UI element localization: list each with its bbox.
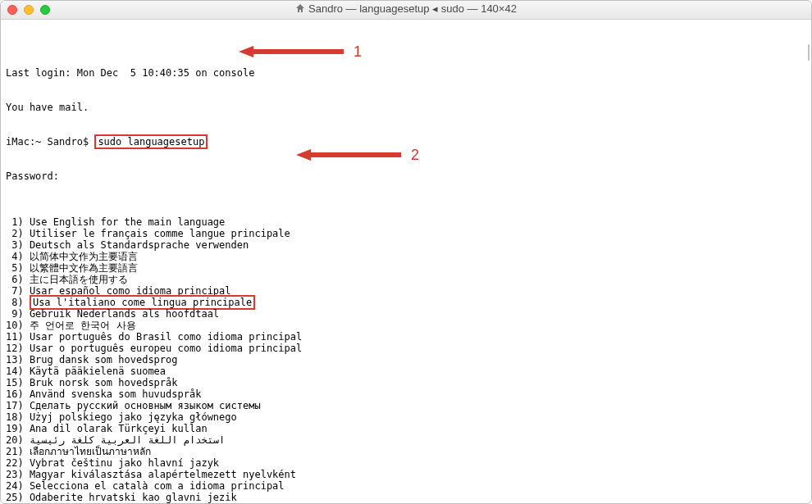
window-title: Sandro — languagesetup ◂ sudo — 140×42	[1, 3, 811, 16]
line-prompt: iMac:~ Sandro$ sudo languagesetup	[6, 136, 806, 148]
language-option: 20) استخدام اللغة العربية كلغة رئيسية	[6, 434, 806, 446]
annotation-label-1: 1	[354, 46, 362, 57]
language-option: 12) Usar o português europeu como idioma…	[6, 343, 806, 354]
language-option: 2) Utiliser le français comme langue pri…	[6, 228, 806, 239]
prompt-host: iMac:~ Sandro$	[6, 136, 94, 148]
language-option: 15) Bruk norsk som hovedspråk	[6, 377, 806, 388]
language-option: 14) Käytä pääkielenä suomea	[6, 366, 806, 377]
language-option: 18) Użyj polskiego jako języka głównego	[6, 411, 806, 423]
line-mail: You have mail.	[6, 102, 806, 113]
language-option: 24) Selecciona el català com a idioma pr…	[6, 480, 806, 492]
home-icon	[295, 3, 305, 16]
terminal-window: Sandro — languagesetup ◂ sudo — 140×42 L…	[0, 0, 812, 504]
language-option: 25) Odaberite hrvatski kao glavni jezik	[6, 492, 806, 503]
language-option: 11) Usar português do Brasil como idioma…	[6, 331, 806, 343]
language-option: 19) Ana dil olarak Türkçeyi kullan	[6, 423, 806, 434]
svg-marker-0	[239, 46, 344, 57]
language-option: 17) Сделать русский основным языком сист…	[6, 400, 806, 411]
language-option: 13) Brug dansk som hovedsprog	[6, 354, 806, 366]
terminal-body[interactable]: Last login: Mon Dec 5 10:40:35 on consol…	[1, 20, 811, 503]
language-option: 10) 주 언어로 한국어 사용	[6, 320, 806, 331]
language-option: 23) Magyar kiválasztása alapértelmezett …	[6, 469, 806, 480]
language-option: 9) Gebruik Nederlands als hoofdtaal	[6, 308, 806, 320]
traffic-lights	[1, 5, 50, 15]
maximize-button[interactable]	[40, 5, 50, 15]
annotation-label-2: 2	[411, 149, 419, 161]
highlight-command: sudo languagesetup	[94, 134, 208, 149]
window-title-text: Sandro — languagesetup ◂ sudo — 140×42	[308, 2, 517, 15]
language-option: 16) Använd svenska som huvudspråk	[6, 388, 806, 400]
minimize-button[interactable]	[24, 5, 34, 15]
scrollbar[interactable]	[808, 44, 810, 61]
annotation-arrow-1: 1	[239, 44, 362, 59]
language-option: 8) Usa l'italiano come lingua principale	[6, 297, 806, 308]
language-option: 22) Vybrat češtinu jako hlavní jazyk	[6, 457, 806, 469]
language-option: 21) เลือกภาษาไทยเป็นภาษาหลัก	[6, 446, 806, 457]
language-option: 1) Use English for the main language	[6, 216, 806, 228]
line-password: Password:	[6, 170, 806, 182]
language-option: 6) 主に日本語を使用する	[6, 274, 806, 285]
option-number: 8)	[6, 297, 30, 308]
close-button[interactable]	[7, 5, 17, 15]
svg-marker-1	[296, 149, 401, 161]
language-option: 4) 以简体中文作为主要语言	[6, 251, 806, 262]
language-options: 1) Use English for the main language 2) …	[6, 216, 806, 503]
annotation-arrow-2: 2	[296, 148, 419, 162]
line-last-login: Last login: Mon Dec 5 10:40:35 on consol…	[6, 67, 806, 79]
titlebar: Sandro — languagesetup ◂ sudo — 140×42	[1, 1, 811, 20]
language-option: 5) 以繁體中文作為主要語言	[6, 262, 806, 274]
language-option: 3) Deutsch als Standardsprache verwenden	[6, 239, 806, 251]
